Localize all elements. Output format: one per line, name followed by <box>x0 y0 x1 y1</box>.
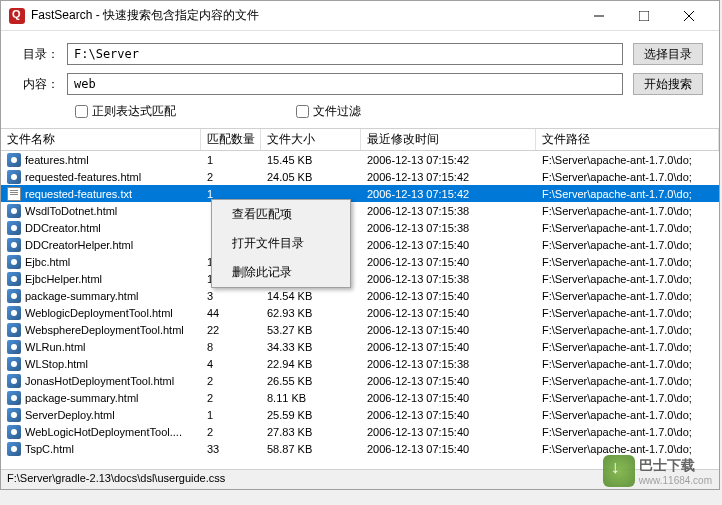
file-path: F:\Server\apache-ant-1.7.0\do; <box>536 392 719 404</box>
file-date: 2006-12-13 07:15:40 <box>361 256 536 268</box>
file-name: requested-features.txt <box>25 188 132 200</box>
file-name: ServerDeploy.html <box>25 409 115 421</box>
file-path: F:\Server\apache-ant-1.7.0\do; <box>536 375 719 387</box>
file-path: F:\Server\apache-ant-1.7.0\do; <box>536 341 719 353</box>
table-row[interactable]: WebsphereDeploymentTool.html2253.27 KB20… <box>1 321 719 338</box>
match-count: 2 <box>201 171 261 183</box>
html-file-icon <box>7 170 21 184</box>
watermark: 巴士下载 www.11684.com <box>603 455 712 487</box>
file-size: 62.93 KB <box>261 307 361 319</box>
filter-checkbox-wrap[interactable]: 文件过滤 <box>296 103 361 120</box>
text-file-icon <box>7 187 21 201</box>
table-row[interactable]: package-summary.html28.11 KB2006-12-13 0… <box>1 389 719 406</box>
table-row[interactable]: DDCreator.html2006-12-13 07:15:38F:\Serv… <box>1 219 719 236</box>
table-row[interactable]: requested-features.html224.05 KB2006-12-… <box>1 168 719 185</box>
maximize-button[interactable] <box>621 2 666 30</box>
table-row[interactable]: features.html115.45 KB2006-12-13 07:15:4… <box>1 151 719 168</box>
table-row[interactable]: DDCreatorHelper.html2006-12-13 07:15:40F… <box>1 236 719 253</box>
content-input[interactable] <box>67 73 623 95</box>
file-date: 2006-12-13 07:15:42 <box>361 154 536 166</box>
menu-view-match[interactable]: 查看匹配项 <box>212 200 350 229</box>
match-count: 22 <box>201 324 261 336</box>
html-file-icon <box>7 425 21 439</box>
col-header-name[interactable]: 文件名称 <box>1 129 201 150</box>
minimize-button[interactable] <box>576 2 621 30</box>
match-count: 2 <box>201 375 261 387</box>
file-name: DDCreator.html <box>25 222 101 234</box>
table-row[interactable]: WebLogicHotDeploymentTool....227.83 KB20… <box>1 423 719 440</box>
file-name: JonasHotDeploymentTool.html <box>25 375 174 387</box>
context-menu: 查看匹配项 打开文件目录 删除此记录 <box>211 199 351 288</box>
dir-label: 目录： <box>17 46 67 63</box>
file-size: 53.27 KB <box>261 324 361 336</box>
file-date: 2006-12-13 07:15:38 <box>361 222 536 234</box>
file-path: F:\Server\apache-ant-1.7.0\do; <box>536 239 719 251</box>
html-file-icon <box>7 391 21 405</box>
html-file-icon <box>7 340 21 354</box>
table-row[interactable]: WLRun.html834.33 KB2006-12-13 07:15:40F:… <box>1 338 719 355</box>
watermark-url: www.11684.com <box>639 475 712 486</box>
menu-delete[interactable]: 删除此记录 <box>212 258 350 287</box>
filter-label: 文件过滤 <box>313 103 361 120</box>
col-header-date[interactable]: 最近修改时间 <box>361 129 536 150</box>
window-controls <box>576 2 711 30</box>
file-date: 2006-12-13 07:15:40 <box>361 290 536 302</box>
html-file-icon <box>7 204 21 218</box>
html-file-icon <box>7 357 21 371</box>
col-header-path[interactable]: 文件路径 <box>536 129 719 150</box>
file-name: TspC.html <box>25 443 74 455</box>
table-row[interactable]: WeblogicDeploymentTool.html4462.93 KB200… <box>1 304 719 321</box>
table-row[interactable]: JonasHotDeploymentTool.html226.55 KB2006… <box>1 372 719 389</box>
file-name: Ejbc.html <box>25 256 70 268</box>
file-size: 58.87 KB <box>261 443 361 455</box>
file-date: 2006-12-13 07:15:40 <box>361 341 536 353</box>
table-row[interactable]: ServerDeploy.html125.59 KB2006-12-13 07:… <box>1 406 719 423</box>
regex-checkbox[interactable] <box>75 105 88 118</box>
file-name: WebLogicHotDeploymentTool.... <box>25 426 182 438</box>
table-row[interactable]: WLStop.html422.94 KB2006-12-13 07:15:38F… <box>1 355 719 372</box>
file-size: 8.11 KB <box>261 392 361 404</box>
file-name: requested-features.html <box>25 171 141 183</box>
html-file-icon <box>7 221 21 235</box>
file-size: 14.54 KB <box>261 290 361 302</box>
menu-open-dir[interactable]: 打开文件目录 <box>212 229 350 258</box>
svg-rect-1 <box>639 11 649 21</box>
html-file-icon <box>7 255 21 269</box>
table-row[interactable]: Ejbc.html131.31 KB2006-12-13 07:15:40F:\… <box>1 253 719 270</box>
file-date: 2006-12-13 07:15:40 <box>361 307 536 319</box>
file-path: F:\Server\apache-ant-1.7.0\do; <box>536 188 719 200</box>
table-row[interactable]: EjbcHelper.html19.13 KB2006-12-13 07:15:… <box>1 270 719 287</box>
table-row[interactable]: WsdlToDotnet.html2006-12-13 07:15:38F:\S… <box>1 202 719 219</box>
file-date: 2006-12-13 07:15:42 <box>361 188 536 200</box>
file-date: 2006-12-13 07:15:38 <box>361 358 536 370</box>
file-name: features.html <box>25 154 89 166</box>
close-button[interactable] <box>666 2 711 30</box>
choose-dir-button[interactable]: 选择目录 <box>633 43 703 65</box>
file-path: F:\Server\apache-ant-1.7.0\do; <box>536 222 719 234</box>
file-path: F:\Server\apache-ant-1.7.0\do; <box>536 324 719 336</box>
table-body: features.html115.45 KB2006-12-13 07:15:4… <box>1 151 719 471</box>
app-window: FastSearch - 快速搜索包含指定内容的文件 目录： 选择目录 内容： … <box>0 0 720 490</box>
file-date: 2006-12-13 07:15:40 <box>361 409 536 421</box>
file-path: F:\Server\apache-ant-1.7.0\do; <box>536 256 719 268</box>
dir-input[interactable] <box>67 43 623 65</box>
html-file-icon <box>7 289 21 303</box>
table-row[interactable]: package-summary.html314.54 KB2006-12-13 … <box>1 287 719 304</box>
regex-checkbox-wrap[interactable]: 正则表达式匹配 <box>75 103 176 120</box>
filter-checkbox[interactable] <box>296 105 309 118</box>
file-name: EjbcHelper.html <box>25 273 102 285</box>
table-row[interactable]: requested-features.txt12006-12-13 07:15:… <box>1 185 719 202</box>
match-count: 33 <box>201 443 261 455</box>
file-date: 2006-12-13 07:15:40 <box>361 443 536 455</box>
col-header-size[interactable]: 文件大小 <box>261 129 361 150</box>
match-count: 4 <box>201 358 261 370</box>
start-search-button[interactable]: 开始搜索 <box>633 73 703 95</box>
file-size: 24.05 KB <box>261 171 361 183</box>
file-path: F:\Server\apache-ant-1.7.0\do; <box>536 358 719 370</box>
file-path: F:\Server\apache-ant-1.7.0\do; <box>536 290 719 302</box>
file-date: 2006-12-13 07:15:40 <box>361 375 536 387</box>
col-header-count[interactable]: 匹配数量 <box>201 129 261 150</box>
file-size: 25.59 KB <box>261 409 361 421</box>
file-path: F:\Server\apache-ant-1.7.0\do; <box>536 154 719 166</box>
match-count: 2 <box>201 426 261 438</box>
